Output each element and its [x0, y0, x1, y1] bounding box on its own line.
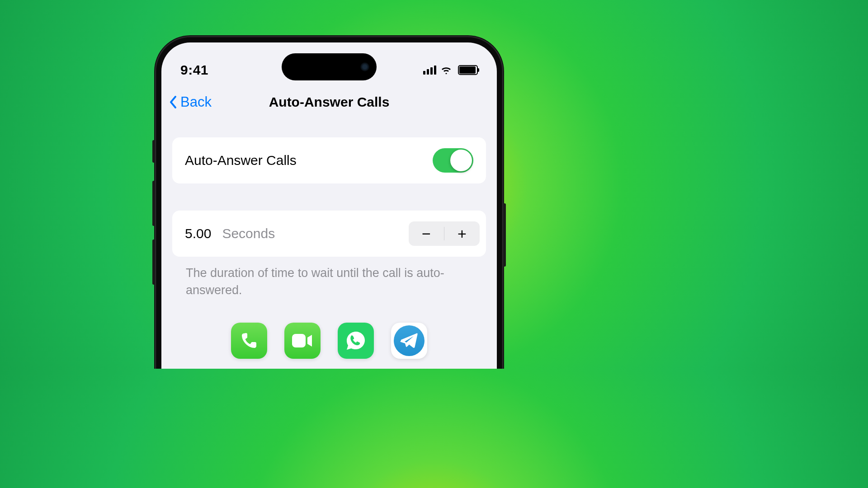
stepper-plus-button[interactable]: + [444, 221, 480, 246]
whatsapp-app-icon [338, 323, 374, 359]
silence-switch [152, 140, 155, 163]
status-icons [423, 65, 478, 75]
page-title: Auto-Answer Calls [269, 94, 390, 110]
battery-icon [458, 65, 478, 75]
chevron-left-icon [169, 95, 177, 109]
telegram-app-icon [391, 323, 427, 359]
toggle-knob [450, 150, 472, 171]
svg-rect-0 [292, 334, 306, 347]
toggle-row: Auto-Answer Calls [172, 137, 486, 183]
phone-frame: 9:41 Back Auto-Answer Calls [155, 36, 503, 369]
duration-stepper: − + [409, 221, 480, 246]
cellular-signal-icon [423, 66, 436, 75]
back-label: Back [180, 94, 212, 110]
camera-lens-icon [360, 62, 369, 71]
phone-screen: 9:41 Back Auto-Answer Calls [161, 42, 497, 369]
phone-app-icon [231, 323, 267, 359]
status-time: 9:41 [180, 62, 208, 78]
app-icons-row [172, 323, 486, 359]
volume-up-button [152, 181, 155, 226]
dynamic-island [282, 53, 377, 80]
wifi-icon [440, 65, 453, 75]
navigation-bar: Back Auto-Answer Calls [161, 83, 497, 119]
content-area: Auto-Answer Calls 5.00 Seconds − + The d… [161, 119, 497, 359]
stepper-minus-button[interactable]: − [409, 221, 444, 246]
duration-unit-label: Seconds [222, 226, 409, 241]
duration-value: 5.00 [185, 226, 211, 241]
back-button[interactable]: Back [169, 94, 212, 110]
power-button [503, 203, 506, 267]
auto-answer-toggle[interactable] [433, 148, 473, 173]
facetime-app-icon [284, 323, 321, 359]
duration-row: 5.00 Seconds − + [172, 211, 486, 257]
volume-down-button [152, 239, 155, 285]
toggle-label: Auto-Answer Calls [185, 153, 297, 168]
duration-description: The duration of time to wait until the c… [172, 257, 486, 299]
